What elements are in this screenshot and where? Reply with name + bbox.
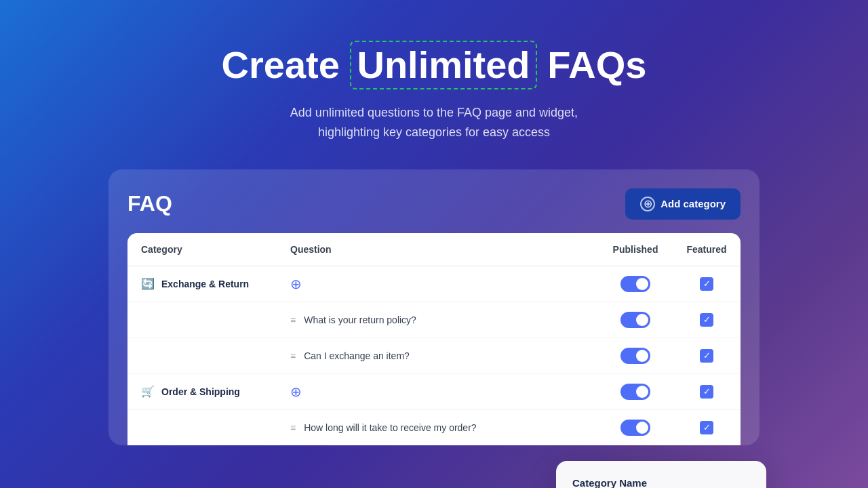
faq-panel-title: FAQ [127,191,172,216]
title-highlight: Unlimited [350,41,536,89]
toggle-cell-q3[interactable] [598,409,673,445]
table-row: ≡ Can I exchange an item? ✓ [127,338,741,373]
question-text-3: How long will it take to receive my orde… [304,422,476,433]
drag-icon-1: ≡ [290,315,296,325]
checkbox-2[interactable]: ✓ [700,385,713,399]
empty-category-2 [127,338,277,373]
question-text-2: Can I exchange an item? [304,350,410,361]
title-part1: Create [222,43,351,86]
question-cell-2: ≡ Can I exchange an item? [277,338,598,373]
category-cell-1: 🔄 Exchange & Return [127,266,277,302]
toggle-cell-q2[interactable] [598,338,673,373]
toggle-1[interactable] [620,276,650,292]
table-header: Category Question Published Featured [127,233,741,266]
toggle-cell-1[interactable] [598,266,673,302]
add-category-label: Add category [660,198,726,209]
toggle-q3[interactable] [620,420,650,436]
category-cell-2: 🛒 Order & Shipping [127,373,277,409]
table-body: 🔄 Exchange & Return ⊕ [127,266,741,445]
add-category-icon: ⊕ [640,197,655,211]
exchange-icon: 🔄 [141,277,155,290]
col-header-featured: Featured [673,233,741,266]
header-section: Create Unlimited FAQs Add unlimited ques… [222,41,647,142]
faq-panel: FAQ ⊕ Add category Category Question Pub… [108,169,760,445]
toggle-knob-q1 [636,314,648,326]
subtitle-line1: Add unlimited questions to the FAQ page … [222,103,647,123]
add-question-icon-1[interactable]: ⊕ [290,277,302,291]
add-category-button[interactable]: ⊕ Add category [625,188,741,220]
toggle-knob-q3 [636,422,648,434]
checkbox-cell-2[interactable]: ✓ [673,373,741,409]
checkbox-q1[interactable]: ✓ [700,313,713,327]
empty-category-3 [127,409,277,445]
drag-icon-3: ≡ [290,423,296,432]
checkbox-cell-q2[interactable]: ✓ [673,338,741,373]
table-row: ≡ What is your return policy? [127,302,741,338]
toggle-q2[interactable] [620,348,650,364]
faq-table: Category Question Published Featured 🔄 E… [127,233,741,445]
faq-header: FAQ ⊕ Add category [127,188,741,220]
add-question-icon-2[interactable]: ⊕ [290,384,302,399]
question-cell-1: ≡ What is your return policy? [277,302,598,338]
toggle-knob-q2 [636,350,648,362]
question-text-1: What is your return policy? [304,314,416,325]
checkbox-q2[interactable]: ✓ [700,349,713,363]
checkbox-cell-1[interactable]: ✓ [673,266,741,302]
toggle-knob-2 [636,386,648,398]
main-title: Create Unlimited FAQs [222,41,647,89]
checkbox-1[interactable]: ✓ [700,277,713,291]
shipping-icon: 🛒 [141,385,155,398]
checkbox-q3[interactable]: ✓ [700,421,713,434]
category-name-1: Exchange & Return [161,279,249,289]
subtitle: Add unlimited questions to the FAQ page … [222,103,647,142]
question-cell-3: ≡ How long will it take to receive my or… [277,409,598,445]
table-row: ≡ How long will it take to receive my or… [127,409,741,445]
col-header-category: Category [127,233,277,266]
checkbox-cell-q1[interactable]: ✓ [673,302,741,338]
popup-title: Category Name [572,477,750,488]
toggle-q1[interactable] [620,312,650,328]
toggle-cell-q1[interactable] [598,302,673,338]
col-header-published: Published [598,233,673,266]
faq-table-wrapper: Category Question Published Featured 🔄 E… [127,233,741,445]
empty-category-1 [127,302,277,338]
toggle-2[interactable] [620,384,650,400]
toggle-cell-2[interactable] [598,373,673,409]
add-question-cell-2[interactable]: ⊕ [277,373,598,409]
category-name-2: Order & Shipping [161,386,240,397]
popup-card: Category Name Icon 🛒 ↺ ✓ Feature Categor… [556,461,766,488]
title-part2: FAQs [537,43,647,86]
add-question-cell-1[interactable]: ⊕ [277,266,598,302]
col-header-question: Question [277,233,598,266]
table-row: 🛒 Order & Shipping ⊕ [127,373,741,409]
table-row: 🔄 Exchange & Return ⊕ [127,266,741,302]
checkbox-cell-q3[interactable]: ✓ [673,409,741,445]
drag-icon-2: ≡ [290,351,296,361]
subtitle-line2: highlighting key categories for easy acc… [222,123,647,142]
toggle-knob-1 [636,278,648,290]
